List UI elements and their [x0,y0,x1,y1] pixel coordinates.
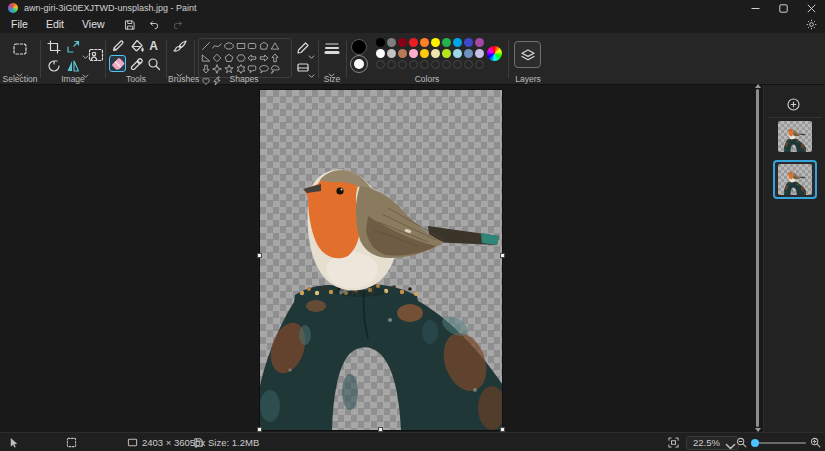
pencil-tool-button[interactable] [109,37,126,54]
palette-empty-slot[interactable] [420,60,429,69]
selection-dropdown-chevron-icon[interactable] [16,63,23,67]
palette-color-0-3[interactable] [409,38,418,47]
palette-color-1-0[interactable] [376,49,385,58]
shape-hexagon-icon[interactable] [236,53,246,63]
fill-dropdown-chevron-icon[interactable] [308,64,315,68]
color2-swatch[interactable] [354,59,364,69]
brush-icon[interactable] [172,39,188,55]
palette-color-0-9[interactable] [475,38,484,47]
shape-rectangle-icon[interactable] [236,41,246,51]
zoom-slider-thumb[interactable] [751,439,759,447]
close-button[interactable] [797,0,825,16]
maximize-button[interactable] [769,0,797,16]
color1-swatch[interactable] [351,39,367,55]
shape-arrow-down-icon[interactable] [201,64,211,74]
save-icon[interactable] [124,19,136,31]
shape-cloud-callout-icon[interactable] [270,64,280,74]
palette-empty-slot[interactable] [376,60,385,69]
palette-color-0-4[interactable] [420,38,429,47]
zoom-out-button[interactable] [736,433,747,451]
shape-curve-icon[interactable] [212,41,222,51]
shape-polygon-icon[interactable] [259,41,269,51]
shape-diamond-icon[interactable] [212,53,222,63]
palette-color-0-5[interactable] [431,38,440,47]
zoom-level-dropdown[interactable]: 22.5% [686,433,739,451]
size-dropdown-chevron-icon[interactable] [328,63,335,67]
color-picker-tool-button[interactable] [128,55,145,72]
palette-color-1-5[interactable] [431,49,440,58]
fill-tool-button[interactable] [128,37,145,54]
palette-color-1-2[interactable] [398,49,407,58]
palette-empty-slot[interactable] [409,60,418,69]
palette-color-0-1[interactable] [387,38,396,47]
selection-tool-button[interactable] [10,39,30,59]
shape-arrow-left-icon[interactable] [247,53,257,63]
menu-file[interactable]: File [2,17,37,32]
palette-color-0-6[interactable] [442,38,451,47]
remove-background-icon[interactable] [88,47,104,63]
layer-thumbnail-2[interactable] [778,164,812,195]
text-tool-button[interactable]: A [145,37,162,54]
resize-handle-left[interactable] [257,253,262,258]
resize-handle-right[interactable] [500,253,505,258]
palette-empty-slot[interactable] [398,60,407,69]
palette-color-0-8[interactable] [464,38,473,47]
palette-color-0-7[interactable] [453,38,462,47]
edit-colors-wheel-icon[interactable] [487,46,502,61]
palette-color-0-2[interactable] [398,38,407,47]
vertical-scrollbar[interactable] [756,89,759,427]
menu-view[interactable]: View [73,17,114,32]
shape-five-point-star-icon[interactable] [224,64,234,74]
shape-arrow-right-icon[interactable] [259,53,269,63]
crop-icon[interactable] [47,40,61,54]
magnifier-tool-button[interactable] [145,55,162,72]
shape-rounded-rectangle-icon[interactable] [247,41,257,51]
resize-icon[interactable] [66,40,80,54]
flip-dropdown-chevron-icon[interactable] [82,64,89,68]
shape-line-icon[interactable] [201,41,211,51]
shape-oval-callout-icon[interactable] [259,64,269,74]
palette-empty-slot[interactable] [387,60,396,69]
palette-empty-slot[interactable] [431,60,440,69]
palette-color-1-7[interactable] [453,49,462,58]
shape-oval-icon[interactable] [224,41,234,51]
outline-dropdown-chevron-icon[interactable] [308,45,315,49]
shape-arrow-up-icon[interactable] [270,53,280,63]
eraser-tool-button[interactable] [109,55,126,72]
brushes-dropdown-chevron-icon[interactable] [176,63,183,67]
palette-color-1-3[interactable] [409,49,418,58]
line-size-icon[interactable] [324,40,340,56]
zoom-in-button[interactable] [810,433,821,451]
palette-color-1-4[interactable] [420,49,429,58]
flip-icon[interactable] [66,59,80,73]
palette-color-1-6[interactable] [442,49,451,58]
palette-empty-slot[interactable] [464,60,473,69]
shape-triangle-icon[interactable] [270,41,280,51]
shape-rounded-callout-icon[interactable] [247,64,257,74]
palette-empty-slot[interactable] [442,60,451,69]
layer-thumbnail-1[interactable] [778,121,812,152]
undo-icon[interactable] [148,19,160,31]
palette-color-1-1[interactable] [387,49,396,58]
canvas[interactable] [260,90,502,430]
layers-button[interactable] [514,41,541,68]
shape-four-point-star-icon[interactable] [212,64,222,74]
menu-edit[interactable]: Edit [37,17,73,32]
shape-six-point-star-icon[interactable] [236,64,246,74]
settings-gear-icon[interactable] [803,17,819,32]
section-colors: Colors [348,33,506,85]
zoom-slider[interactable] [754,442,806,444]
palette-color-1-8[interactable] [464,49,473,58]
shape-right-triangle-icon[interactable] [201,53,211,63]
menu-bar: FileEditView [0,16,825,33]
palette-empty-slot[interactable] [453,60,462,69]
zoom-in-icon [810,437,821,448]
rotate-icon[interactable] [47,59,61,73]
palette-color-0-0[interactable] [376,38,385,47]
palette-color-1-9[interactable] [475,49,484,58]
fit-to-window-button[interactable] [668,433,679,451]
palette-empty-slot[interactable] [475,60,484,69]
add-layer-button[interactable] [786,97,801,112]
shape-pentagon-icon[interactable] [224,53,234,63]
minimize-button[interactable] [741,0,769,16]
